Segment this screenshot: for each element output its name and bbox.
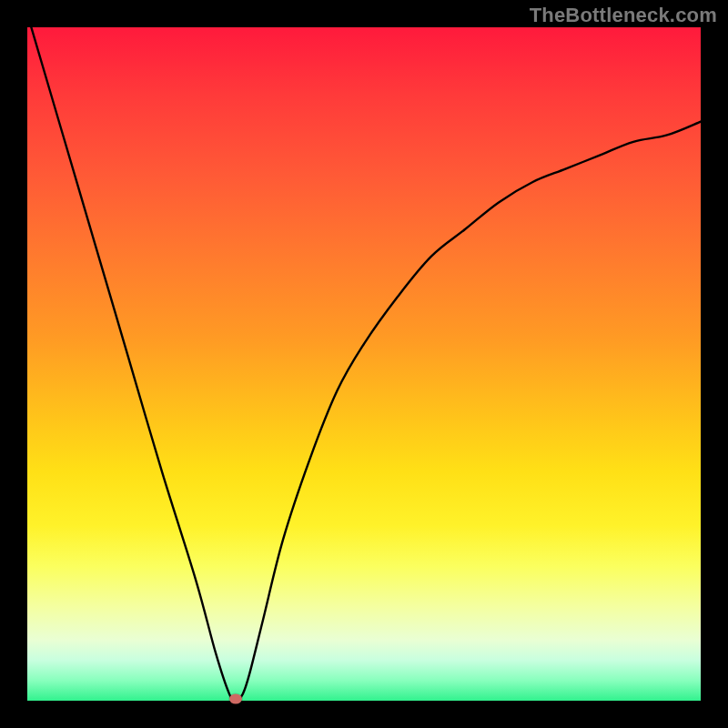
chart-frame: TheBottleneck.com xyxy=(0,0,728,728)
minimum-marker xyxy=(229,694,242,704)
attribution-label: TheBottleneck.com xyxy=(530,4,717,27)
plot-area xyxy=(27,27,701,701)
bottleneck-curve xyxy=(27,27,701,701)
